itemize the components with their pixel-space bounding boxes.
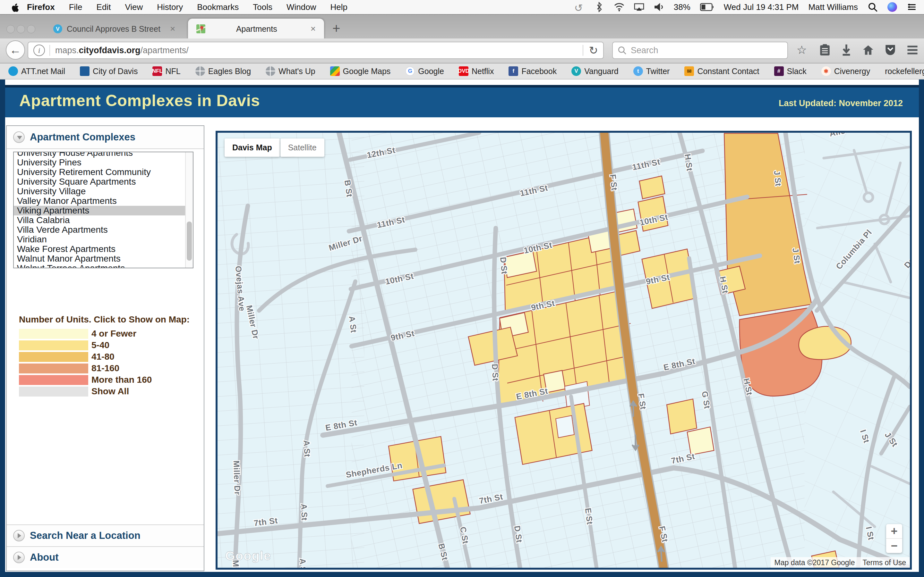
legend-row-41-80[interactable]: 41-80 — [19, 351, 199, 362]
list-item-university-retirement-community[interactable]: University Retirement Community — [14, 167, 185, 177]
bookmark-civenergy[interactable]: ✱Civenergy — [821, 66, 871, 76]
time-machine-icon[interactable]: ↺ — [574, 2, 585, 12]
list-item-valley-manor-apartments[interactable]: Valley Manor Apartments — [14, 196, 185, 206]
search-bar[interactable]: Search — [612, 42, 788, 59]
back-button[interactable]: ← — [6, 40, 25, 60]
window-minimize-button[interactable] — [17, 25, 25, 33]
list-item-university-house-apartments[interactable]: University House Apartments — [14, 152, 185, 158]
legend-swatch[interactable] — [19, 329, 88, 339]
legend-swatch[interactable] — [19, 387, 88, 396]
new-tab-button[interactable]: + — [333, 22, 341, 35]
home-icon[interactable] — [863, 43, 874, 57]
downloads-icon[interactable] — [841, 43, 851, 57]
tab-apartments-active[interactable]: Apartments × — [188, 19, 324, 39]
section-search-near-a-location[interactable]: Search Near a Location — [7, 524, 204, 546]
bookmark-city-of-davis[interactable]: City of Davis — [80, 66, 137, 76]
list-item-university-pines[interactable]: University Pines — [14, 158, 185, 167]
listbox-scrollbar[interactable] — [185, 152, 193, 268]
legend-row-81-160[interactable]: 81-160 — [19, 363, 199, 374]
legend-swatch[interactable] — [19, 352, 88, 362]
menu-clock[interactable]: Wed Jul 19 4:31 PM — [724, 2, 799, 12]
legend-swatch[interactable] — [19, 364, 88, 374]
list-item-walnut-terrace-apartments[interactable]: Walnut Terrace Apartments — [14, 263, 185, 268]
menu-window[interactable]: Window — [279, 2, 323, 12]
apartment-listbox[interactable]: University House ApartmentsUniversity Pi… — [13, 152, 194, 268]
legend-swatch[interactable] — [19, 340, 88, 350]
davis-map-button[interactable]: Davis Map — [225, 139, 280, 157]
airplay-icon[interactable] — [634, 2, 644, 12]
bookmark-eagles-blog[interactable]: Eagles Blog — [195, 66, 251, 76]
zoom-out-button[interactable]: − — [886, 539, 902, 553]
section-apartment-complexes[interactable]: Apartment Complexes — [7, 126, 204, 149]
legend-row-show-all[interactable]: Show All — [19, 386, 199, 396]
firefox-tab-bar: V Council Approves B Street Inf × Apartm… — [0, 15, 924, 39]
chevron-right-icon — [13, 552, 25, 563]
list-item-walnut-manor-apartments[interactable]: Walnut Manor Apartments — [14, 254, 185, 263]
user-name[interactable]: Matt Williams — [808, 2, 858, 12]
bookmark-label: Google Maps — [343, 67, 391, 76]
list-item-villa-calabria[interactable]: Villa Calabria — [14, 215, 185, 225]
menu-tools[interactable]: Tools — [246, 2, 279, 12]
map-canvas[interactable]: 12th StB St11th St11th St11th StMiller D… — [218, 133, 910, 568]
wifi-icon[interactable] — [614, 2, 624, 12]
reload-icon[interactable]: ↻ — [589, 44, 598, 57]
terms-of-use-link[interactable]: Terms of Use — [859, 557, 910, 568]
bookmark-star-icon[interactable]: ☆ — [795, 43, 809, 57]
legend-row-5-40[interactable]: 5-40 — [19, 340, 199, 350]
street-label-a-st: A St — [300, 504, 309, 521]
list-item-university-village[interactable]: University Village — [14, 187, 185, 196]
bookmark-favicon — [330, 66, 340, 76]
bookmark-vanguard[interactable]: VVanguard — [572, 66, 619, 76]
page-content: Apartment Complexes in Davis Last Update… — [0, 79, 924, 577]
window-close-button[interactable] — [6, 25, 15, 33]
url-bar[interactable]: i maps.cityofdavis.org/apartments/ ↻ — [27, 42, 604, 59]
bookmark-google-maps[interactable]: Google Maps — [330, 66, 391, 76]
volume-icon[interactable] — [654, 2, 664, 12]
bookmark-rockefellergarden[interactable]: rockefellergarden — [885, 67, 924, 76]
menu-bookmarks[interactable]: Bookmarks — [190, 2, 246, 12]
scrollbar-thumb[interactable] — [187, 221, 192, 261]
list-item-viking-apartments[interactable]: Viking Apartments — [14, 206, 185, 215]
window-zoom-button[interactable] — [27, 25, 35, 33]
section-about[interactable]: About — [7, 546, 204, 568]
hamburger-menu-icon[interactable] — [907, 43, 918, 57]
zoom-in-button[interactable]: + — [886, 524, 902, 539]
bookmark-nfl[interactable]: NFLNFL — [152, 66, 180, 76]
tab-close-icon[interactable]: × — [310, 24, 316, 34]
bluetooth-icon[interactable] — [594, 2, 604, 12]
bookmark-slack[interactable]: #Slack — [774, 66, 806, 76]
bookmark-netflix[interactable]: DVDNetflix — [459, 66, 494, 76]
apple-logo-icon[interactable] — [11, 2, 19, 12]
tab-close-icon[interactable]: × — [170, 24, 175, 34]
list-item-villa-verde-apartments[interactable]: Villa Verde Apartments — [14, 225, 185, 235]
menu-view[interactable]: View — [118, 2, 150, 12]
bookmark-att-net-mail[interactable]: ATT.net Mail — [8, 66, 65, 76]
legend-swatch[interactable] — [19, 375, 88, 385]
list-item-wake-forest-apartments[interactable]: Wake Forest Apartments — [14, 244, 185, 254]
pocket-icon[interactable] — [885, 43, 896, 57]
satellite-button[interactable]: Satellite — [280, 139, 325, 157]
map-container[interactable]: 12th StB St11th St11th St11th StMiller D… — [216, 131, 912, 570]
menu-history[interactable]: History — [150, 2, 190, 12]
site-info-icon[interactable]: i — [33, 45, 45, 56]
spotlight-search-icon[interactable] — [867, 2, 878, 12]
map-zoom-control: + − — [886, 524, 902, 553]
legend-row-4-or-fewer[interactable]: 4 or Fewer — [19, 329, 199, 339]
list-item-university-square-apartments[interactable]: University Square Apartments — [14, 177, 185, 187]
menu-help[interactable]: Help — [323, 2, 354, 12]
notification-center-icon[interactable] — [907, 2, 917, 12]
bookmark-constant-contact[interactable]: ✉Constant Contact — [684, 66, 759, 76]
siri-icon[interactable] — [887, 2, 897, 12]
bookmark-google[interactable]: GGoogle — [405, 66, 444, 76]
bookmark-facebook[interactable]: fFacebook — [509, 66, 557, 76]
tab-council-approves[interactable]: V Council Approves B Street Inf × — [53, 19, 188, 39]
bookmark-what-s-up[interactable]: What's Up — [266, 66, 315, 76]
bookmark-twitter[interactable]: tTwitter — [633, 66, 670, 76]
menu-firefox[interactable]: Firefox — [24, 2, 62, 12]
menu-edit[interactable]: Edit — [89, 2, 118, 12]
menu-file[interactable]: File — [62, 2, 89, 12]
reading-list-icon[interactable] — [819, 43, 830, 57]
legend-row-more-than-160[interactable]: More than 160 — [19, 375, 199, 385]
bookmark-label: Google — [418, 67, 444, 76]
list-item-viridian[interactable]: Viridian — [14, 235, 185, 244]
